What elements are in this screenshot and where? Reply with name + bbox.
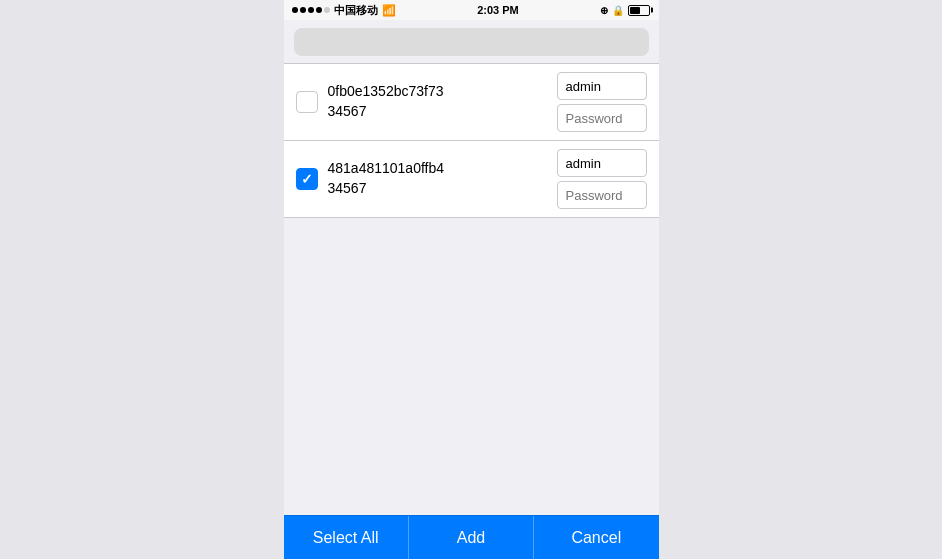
content-area: 0fb0e1352bc73f7334567 481a481101a0ffb434… (284, 64, 659, 515)
signal-dot-2 (300, 7, 306, 13)
list-section: 0fb0e1352bc73f7334567 481a481101a0ffb434… (284, 64, 659, 218)
select-all-button[interactable]: Select All (284, 516, 408, 559)
status-right: ⊕ 🔒 (600, 5, 650, 16)
phone-frame: 中国移动 📶 2:03 PM ⊕ 🔒 0fb0e1352bc73f7334567 (284, 0, 659, 559)
add-button[interactable]: Add (408, 516, 533, 559)
list-item: 0fb0e1352bc73f7334567 (284, 64, 659, 141)
list-item: 481a481101a0ffb434567 (284, 141, 659, 218)
signal-dot-1 (292, 7, 298, 13)
status-time: 2:03 PM (477, 4, 519, 16)
signal-dot-5 (324, 7, 330, 13)
row-2-password-input[interactable] (557, 181, 647, 209)
row-2-hash: 481a481101a0ffb434567 (328, 159, 557, 198)
row-1-password-input[interactable] (557, 104, 647, 132)
row-1-fields (557, 72, 647, 132)
row-1-checkbox[interactable] (296, 91, 318, 113)
signal-dot-3 (308, 7, 314, 13)
location-icon: ⊕ (600, 5, 608, 16)
wifi-icon: 📶 (382, 4, 396, 17)
battery-icon (628, 5, 650, 16)
status-bar: 中国移动 📶 2:03 PM ⊕ 🔒 (284, 0, 659, 20)
lock-icon: 🔒 (612, 5, 624, 16)
cancel-button[interactable]: Cancel (533, 516, 658, 559)
battery-fill (630, 7, 640, 14)
carrier-label: 中国移动 (334, 3, 378, 18)
signal-dots (292, 7, 330, 13)
bottom-toolbar: Select All Add Cancel (284, 515, 659, 559)
empty-area (284, 218, 659, 515)
status-left: 中国移动 📶 (292, 3, 396, 18)
row-1-username-input[interactable] (557, 72, 647, 100)
row-1-hash: 0fb0e1352bc73f7334567 (328, 82, 557, 121)
search-bar[interactable] (294, 28, 649, 56)
signal-dot-4 (316, 7, 322, 13)
row-2-checkbox[interactable] (296, 168, 318, 190)
nav-bar (284, 20, 659, 64)
row-2-username-input[interactable] (557, 149, 647, 177)
row-2-fields (557, 149, 647, 209)
